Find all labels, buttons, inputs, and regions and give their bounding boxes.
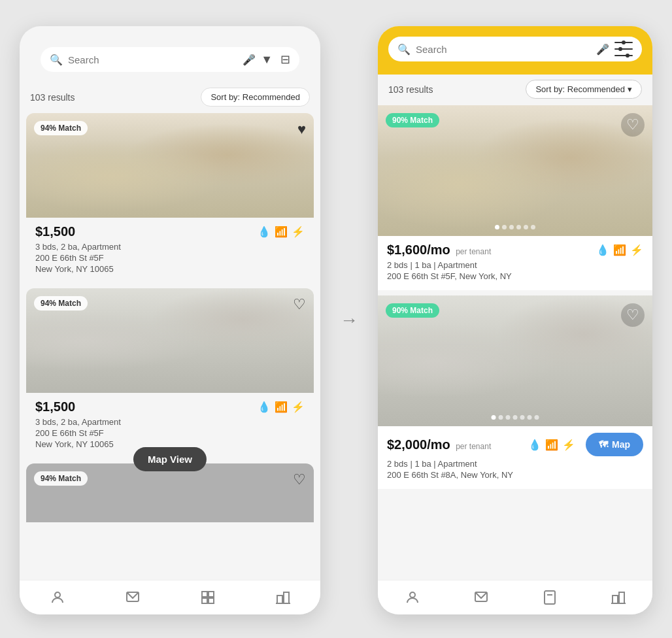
svg-rect-5 [209,598,214,603]
right-amenities-2: 💧 📶 ⚡ [528,439,575,451]
right-sort-button[interactable]: Sort by: Recommended ▾ [526,80,642,99]
right-price-row-2: 💧 📶 ⚡ 🗺 Map [528,433,643,456]
filter-funnel-icon[interactable]: ⊟ [280,52,290,67]
svg-point-9 [410,592,415,597]
right-card-price-2: $2,000/mo [387,437,450,452]
map-view-button[interactable]: Map View [133,447,207,471]
dot-2-5 [528,415,532,420]
left-card-image-2: 94% Match ♡ [26,288,314,393]
wifi-icon-r2: 📶 [545,439,558,451]
dot-1-2 [509,225,514,229]
right-nav-bookmark[interactable] [542,590,558,605]
left-scroll-content: 94% Match ♥ $1,500 💧 📶 ⚡ 3 bds, 2 ba, Ap… [20,113,320,580]
right-bottom-nav [378,580,652,614]
right-card-image-1: 90% Match ♡ [378,105,652,236]
left-heart-btn-3[interactable]: ♡ [293,471,306,488]
right-search-input[interactable] [416,44,591,55]
left-search-bar: 🔍 🎤 ▼ ⊟ [41,47,299,72]
left-search-input[interactable] [68,54,237,65]
left-results-count: 103 results [30,92,75,103]
map-btn-label: Map [612,439,630,450]
dot-1-1 [502,225,507,229]
left-listing-card-2[interactable]: 94% Match ♡ $1,500 💧 📶 ⚡ 3 bds, 2 ba, Ap… [26,288,314,458]
left-amenities-1: 💧 📶 ⚡ [258,226,305,238]
right-heart-btn-1[interactable]: ♡ [621,113,645,137]
mic-icon[interactable]: 🎤 [243,54,256,66]
dot-2-6 [535,415,539,420]
right-per-tenant-2: per tenant [456,442,491,451]
wifi-icon-2: 📶 [275,401,288,413]
dot-1-4 [524,225,528,229]
water-icon-r1: 💧 [596,244,609,256]
left-nav-profile[interactable] [50,590,65,605]
wifi-icon-r1: 📶 [613,244,626,256]
dot-2-4 [520,415,525,420]
left-listing-card-1[interactable]: 94% Match ♥ $1,500 💧 📶 ⚡ 3 bds, 2 ba, Ap… [26,113,314,283]
map-btn-icon: 🗺 [599,439,608,450]
right-heart-btn-2[interactable]: ♡ [621,303,645,327]
left-results-bar: 103 results Sort by: Recommended [20,82,320,113]
right-match-badge-1: 90% Match [386,113,439,127]
right-mic-icon[interactable]: 🎤 [596,43,609,56]
right-card-info-1: $1,600/mo per tenant 💧 📶 ⚡ 2 bds | 1 ba … [378,236,652,290]
dot-2-3 [513,415,518,420]
left-amenities-2: 💧 📶 ⚡ [258,401,305,413]
right-amenities-1: 💧 📶 ⚡ [596,244,643,256]
left-nav-grid[interactable] [200,590,216,605]
chevron-down-icon: ▾ [628,84,632,94]
svg-rect-4 [202,598,207,603]
right-card-address-1: 200 E 66th St #5F, New York, NY [387,271,643,281]
right-card-address-2: 200 E 66th St #8A, New York, NY [387,470,643,480]
right-nav-buildings[interactable] [611,590,626,605]
right-map-button[interactable]: 🗺 Map [586,433,643,456]
right-search-bar: 🔍 🎤 [388,37,642,61]
right-card-dots-2 [492,415,539,420]
dot-2-1 [499,415,503,420]
left-card-details-2: 3 bds, 2 ba, Apartment [35,417,305,427]
left-match-badge-2: 94% Match [34,296,88,311]
right-card-details-1: 2 bds | 1 ba | Apartment [387,260,643,270]
left-sort-button[interactable]: Sort by: Recommended [201,88,310,107]
left-heart-btn-1[interactable]: ♥ [297,121,306,138]
right-filter-sliders[interactable] [614,42,633,56]
right-listing-card-2[interactable]: 90% Match ♡ $2,000/mo [378,295,652,489]
filter-icon[interactable]: ▼ [261,53,273,67]
right-results-bar: 103 results Sort by: Recommended ▾ [378,75,652,105]
right-listing-card-1[interactable]: 90% Match ♡ $1,600/mo [378,105,652,290]
dot-1-5 [531,225,535,229]
lightning-icon-r1: ⚡ [630,244,643,256]
transition-arrow: → [340,310,358,331]
right-card-image-2: 90% Match ♡ [378,295,652,426]
lightning-icon-2: ⚡ [292,401,305,413]
right-card-price-1: $1,600/mo [387,243,450,257]
svg-rect-6 [277,596,282,603]
left-card-image-1: 94% Match ♥ [26,113,314,218]
right-price-wrapper-1: $1,600/mo per tenant [387,243,491,258]
right-scroll-content: 90% Match ♡ $1,600/mo [378,105,652,580]
left-partial-card: 94% Match ♡ [26,463,314,522]
left-card-info-1: $1,500 💧 📶 ⚡ 3 bds, 2 ba, Apartment 200 … [26,218,314,283]
right-nav-profile[interactable] [405,590,420,605]
lightning-icon-r2: ⚡ [562,439,575,451]
right-nav-messages[interactable] [473,590,489,605]
left-card-address-2a: 200 E 66th St #5F [35,428,305,438]
svg-rect-7 [284,592,289,603]
left-heart-btn-2[interactable]: ♡ [293,296,306,313]
left-card-address-1a: 200 E 66th St #5F [35,253,305,263]
water-icon-r2: 💧 [528,439,541,451]
left-match-badge-1: 94% Match [34,121,88,135]
right-header: 🔍 🎤 [378,26,652,75]
left-card-price-1: $1,500 [35,224,75,239]
svg-rect-2 [202,592,207,597]
svg-point-0 [55,592,60,597]
right-results-count: 103 results [388,84,433,95]
svg-rect-3 [209,592,214,597]
left-nav-buildings[interactable] [275,590,291,605]
right-card-dots-1 [495,225,535,229]
left-nav-messages[interactable] [125,590,141,605]
water-icon: 💧 [258,226,271,238]
right-search-icon: 🔍 [397,43,411,56]
dot-1-3 [516,225,521,229]
water-icon-2: 💧 [258,401,271,413]
left-phone: 🔍 🎤 ▼ ⊟ 103 results Sort by: Recommended… [20,26,320,614]
